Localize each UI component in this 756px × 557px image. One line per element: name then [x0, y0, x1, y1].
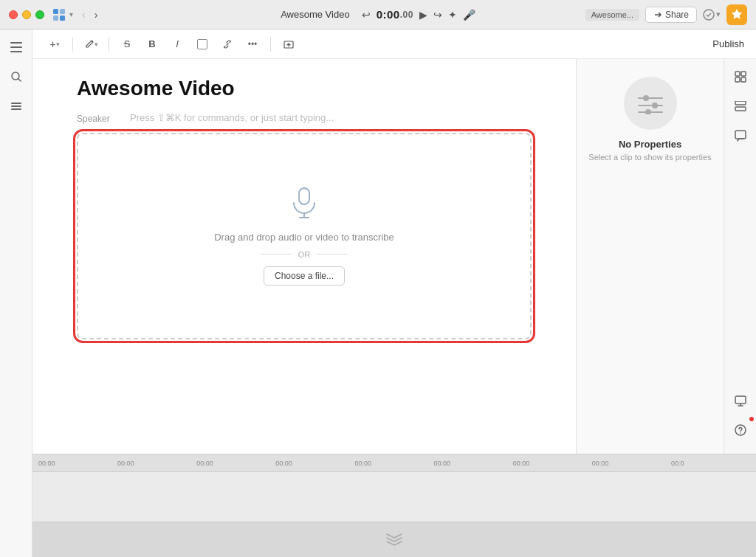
italic-button[interactable]: I — [167, 34, 188, 55]
forward-arrow[interactable]: › — [92, 7, 101, 22]
ruler-mark-2: 00:00 — [196, 460, 275, 467]
sidebar-menu-icon[interactable] — [4, 35, 28, 59]
mic-icon[interactable]: 🎤 — [463, 9, 475, 21]
mic-icon — [291, 187, 317, 221]
ruler-mark-6: 00:00 — [513, 460, 592, 467]
title-bar-right: Awesome... Share ▾ — [585, 4, 747, 25]
editor-content: Awesome Video Speaker Press ⇧⌘K for comm… — [32, 59, 576, 454]
redo-icon[interactable]: ↪ — [433, 9, 442, 21]
drop-zone[interactable]: Drag and drop audio or video to transcri… — [77, 133, 532, 339]
ruler-mark-5: 00:00 — [434, 460, 513, 467]
svg-rect-24 — [741, 72, 746, 76]
bold-button[interactable]: B — [142, 34, 162, 55]
app-body: + ▾ ▾ S B I — [0, 30, 756, 557]
ruler-mark-8: 00:0 — [671, 460, 750, 467]
fullscreen-button[interactable] — [35, 10, 44, 19]
timecode-ms: .00 — [400, 10, 413, 20]
speaker-placeholder[interactable]: Press ⇧⌘K for commands, or just start ty… — [130, 112, 532, 123]
project-badge: Awesome... — [585, 9, 639, 21]
svg-point-32 — [740, 432, 741, 434]
link-button[interactable] — [217, 34, 238, 55]
svg-point-22 — [645, 109, 651, 114]
svg-rect-14 — [299, 188, 309, 204]
or-label: OR — [298, 250, 311, 259]
center-section: + ▾ ▾ S B I — [32, 30, 756, 557]
close-button[interactable] — [9, 10, 18, 19]
title-bar: ▾ ‹ › Awesome Video ↩ 0:00.00 ▶ ↪ ✦ 🎤 Aw… — [0, 0, 756, 30]
svg-rect-9 — [11, 103, 21, 104]
svg-point-18 — [643, 95, 649, 101]
no-properties-subtitle: Select a clip to show its properties — [588, 153, 711, 162]
choose-file-button[interactable]: Choose a file... — [264, 266, 345, 286]
back-arrow[interactable]: ‹ — [79, 7, 89, 22]
document-title: Awesome Video — [281, 9, 349, 20]
timeline-area: 00:00 00:00 00:00 00:00 00:00 00:00 00:0… — [32, 454, 756, 557]
svg-rect-28 — [735, 107, 746, 111]
play-button[interactable]: ▶ — [419, 9, 427, 21]
svg-point-20 — [652, 103, 658, 108]
svg-rect-1 — [53, 15, 58, 21]
svg-rect-6 — [10, 46, 22, 48]
svg-rect-23 — [735, 72, 740, 76]
app-logo — [52, 7, 66, 22]
logo-chevron-icon: ▾ — [69, 10, 73, 18]
svg-rect-2 — [60, 9, 65, 14]
timeline-track-area[interactable] — [32, 472, 756, 522]
svg-rect-29 — [735, 131, 746, 139]
color-button[interactable] — [192, 34, 213, 55]
document-heading[interactable]: Awesome Video — [77, 77, 532, 100]
svg-rect-11 — [11, 108, 21, 110]
svg-rect-5 — [10, 42, 22, 44]
ruler-mark-3: 00:00 — [275, 460, 354, 467]
drop-zone-text: Drag and drop audio or video to transcri… — [214, 232, 394, 243]
sidebar-layers-icon[interactable] — [4, 94, 28, 118]
drop-or-divider: OR — [260, 250, 348, 259]
svg-point-12 — [92, 41, 93, 42]
toolbar-sep-1 — [72, 37, 73, 52]
undo-icon[interactable]: ↩ — [362, 9, 371, 21]
svg-rect-7 — [10, 51, 22, 52]
nav-arrows: ‹ › — [79, 7, 100, 22]
ruler-mark-7: 00:00 — [592, 460, 671, 467]
ruler-mark-0: 00:00 — [38, 460, 117, 467]
sidebar-search-icon[interactable] — [4, 65, 28, 89]
add-button[interactable]: + ▾ — [44, 34, 65, 55]
svg-rect-10 — [11, 105, 21, 107]
svg-rect-26 — [741, 77, 746, 82]
traffic-lights — [9, 10, 44, 19]
app-icon-button[interactable] — [726, 4, 747, 25]
svg-rect-30 — [735, 396, 746, 404]
svg-rect-3 — [60, 15, 65, 21]
speaker-row: Speaker Press ⇧⌘K for commands, or just … — [77, 112, 532, 124]
strikethrough-button[interactable]: S — [117, 34, 137, 55]
comments-icon[interactable] — [729, 124, 752, 148]
timeline-ruler: 00:00 00:00 00:00 00:00 00:00 00:00 00:0… — [32, 454, 756, 472]
effects-icon[interactable]: ✦ — [448, 9, 457, 21]
stack-icon — [385, 531, 403, 549]
check-dropdown[interactable]: ▾ — [703, 9, 721, 21]
right-sidebar — [724, 59, 756, 454]
svg-rect-25 — [735, 77, 740, 82]
ruler-mark-1: 00:00 — [117, 460, 196, 467]
editor-toolbar: + ▾ ▾ S B I — [32, 30, 756, 59]
pen-button[interactable]: ▾ — [80, 34, 101, 55]
timeline-bottom-bar — [32, 522, 756, 557]
publish-button[interactable]: Publish — [712, 38, 744, 49]
timecode-display: 0:00 — [377, 8, 400, 21]
properties-icon-area — [624, 77, 677, 130]
toolbar-sep-3 — [270, 37, 271, 52]
ruler-mark-4: 00:00 — [354, 460, 433, 467]
speaker-label: Speaker — [77, 112, 121, 124]
timeline-icon[interactable] — [729, 94, 752, 118]
help-icon[interactable] — [729, 418, 752, 442]
panel-layout-icon[interactable] — [729, 65, 752, 89]
share-button[interactable]: Share — [645, 7, 697, 23]
no-properties-title: No Properties — [619, 139, 681, 150]
monitor-icon[interactable] — [729, 389, 752, 412]
toolbar-sep-2 — [109, 37, 109, 52]
more-options-button[interactable]: ••• — [242, 34, 263, 55]
svg-rect-0 — [53, 9, 58, 14]
insert-media-button[interactable] — [278, 34, 299, 55]
left-sidebar — [0, 30, 32, 557]
minimize-button[interactable] — [22, 10, 31, 19]
